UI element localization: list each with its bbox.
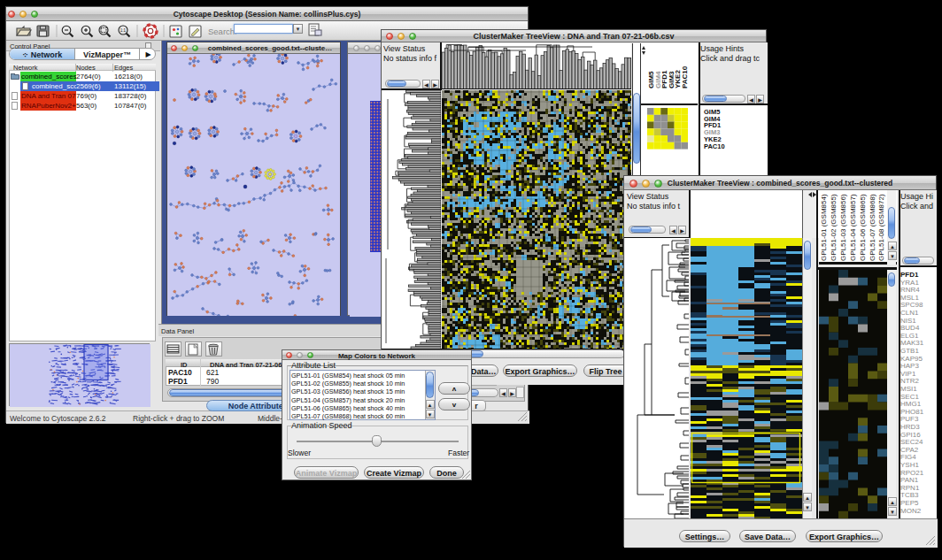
svg-text:1:1: 1:1: [120, 28, 127, 33]
svg-text:Search:: Search:: [208, 27, 237, 36]
